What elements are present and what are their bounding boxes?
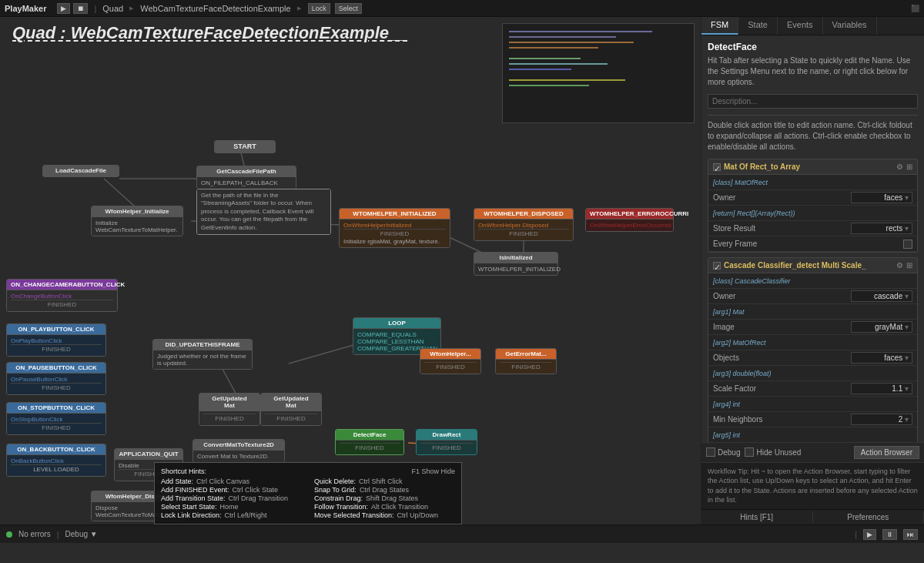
param-storeresult-value[interactable]: rects ▾: [851, 223, 912, 234]
status-debug[interactable]: Debug ▼: [65, 530, 98, 538]
node-afterloop-left-status: FINISHED: [424, 362, 477, 371]
hide-unused-label[interactable]: Hide Unused: [745, 447, 801, 457]
action2-expand-icon[interactable]: ⊞: [906, 261, 912, 270]
node-after-loop-left[interactable]: WfomHelper... FINISHED: [420, 348, 481, 374]
action-block2-header[interactable]: ✓ Cascade Classifier_detect Multi Scale_…: [708, 258, 917, 273]
app-title: PlayMaker: [5, 4, 46, 13]
param-arg3-double: [arg3] double(float): [708, 366, 917, 381]
hint-val2: Ctrl Shift Click: [359, 478, 403, 485]
canvas-area[interactable]: Quad : WebCamTextureFaceDetectionExample…: [0, 17, 701, 524]
node-onchange-body: OnChangeButtonClick FINISHED: [7, 290, 117, 311]
action1-settings-icon[interactable]: ⚙: [896, 163, 903, 171]
node-drawrect[interactable]: DrawRect FINISHED: [416, 429, 477, 455]
node-getcascade-header: GetCascadeFilePath: [197, 166, 296, 177]
shortcut-add-state: Add State:Ctrl Click Canvas: [161, 478, 302, 485]
node-detectface[interactable]: DetectFace FINISHED: [335, 429, 404, 455]
node-onback-event[interactable]: ON_BACKBUTTON_CLICK OnBackButtonClick LE…: [6, 444, 106, 477]
title-bar-controls[interactable]: ▶ ⏹: [57, 3, 88, 14]
status-pause-btn[interactable]: ⏸: [882, 529, 897, 540]
main-container: Quad : WebCamTextureFaceDetectionExample…: [0, 17, 924, 524]
select-button[interactable]: Select: [335, 3, 362, 14]
node-convertmat[interactable]: ConvertMatToTexture2D Convert Mat to Tex…: [192, 439, 285, 463]
shortcut-transstate: Add Transition State:Ctrl Drag Transitio…: [161, 494, 302, 502]
hint-val4: Ctrl Drag States: [360, 486, 409, 494]
node-callback-body: Get the path of the file in the "Streami…: [197, 189, 330, 234]
action-browser-button[interactable]: Action Browser: [854, 446, 919, 459]
expand-icon: ⬛: [911, 5, 919, 12]
node-after-loop-right[interactable]: GetErrorMat... FINISHED: [495, 348, 557, 374]
preview-line: [509, 63, 608, 65]
node-onchange-event[interactable]: ON_CHANGECAMERABUTTON_CLICK OnChangeButt…: [6, 279, 118, 312]
hint-key4: Snap To Grid:: [314, 486, 357, 494]
hide-unused-checkbox[interactable]: [745, 447, 754, 457]
param-arg5-int: [arg5] int: [708, 427, 917, 442]
node-wtom-error[interactable]: WTOMHELPER_ERROROCCURRI OnWfomHelperErro…: [585, 208, 674, 232]
hints-f1-btn[interactable]: Hints [F1]: [701, 511, 813, 523]
node-appquit-header: APPLICATION_QUIT: [115, 449, 182, 460]
preview-line: [509, 69, 571, 70]
node-start[interactable]: START: [214, 140, 276, 153]
node-didupdate[interactable]: DID_UPDATETHISFRAME Judged whether or no…: [152, 339, 253, 370]
node-onplay-body: OnPlayButtonClick FINISHED: [7, 335, 105, 356]
action-block1-header[interactable]: ✓ Mat Of Rect_to Array ⚙ ⊞: [708, 159, 917, 175]
param-scalefactor-value[interactable]: 1.1 ▾: [851, 383, 912, 394]
node-getupdatedmat[interactable]: GetUpdatedMat FINISHED: [199, 393, 260, 426]
tab-variables[interactable]: Variables: [823, 17, 877, 35]
play-button[interactable]: ▶: [57, 3, 70, 14]
node-getupdated-body: FINISHED: [199, 411, 259, 425]
debug-label[interactable]: Debug: [706, 447, 740, 457]
debug-checkbox[interactable]: [706, 447, 715, 457]
tab-state[interactable]: State: [738, 17, 778, 35]
param-class-cascade: [class] CascadeClassifier: [708, 273, 917, 289]
node-afterloop-right-header: GetErrorMat...: [496, 349, 556, 360]
lock-button[interactable]: Lock: [308, 3, 330, 14]
node-wtom-init-header: WTOMHELPER_INITIALIZED: [340, 209, 450, 220]
status-play-btn[interactable]: ▶: [863, 529, 876, 540]
tab-fsm[interactable]: FSM: [701, 17, 738, 35]
description-field[interactable]: [708, 94, 918, 109]
tab-bar: FSM State Events Variables: [701, 17, 924, 35]
preview-line: [509, 58, 581, 59]
action1-checkbox[interactable]: ✓: [713, 163, 721, 171]
node-onstop-event[interactable]: ON_STOPBUTTON_CLICK OnStopButtonClick FI…: [6, 402, 106, 435]
sep2: ▸: [129, 3, 134, 13]
param-owner1-value[interactable]: faces ▾: [851, 192, 912, 203]
param-owner-cascade-label: Owner: [713, 292, 851, 300]
param-objects-value[interactable]: faces ▾: [851, 352, 912, 364]
showhide-label: F1 Show Hide: [411, 467, 455, 475]
node-wtom-disposed[interactable]: WTOMHELPER_DISPOSED OnWfomHelper-Dispose…: [474, 208, 574, 241]
node-getcascade[interactable]: GetCascadeFilePath ON_FILEPATH_CALLBACK: [196, 166, 296, 189]
action2-checkbox[interactable]: ✓: [713, 262, 721, 270]
node-didupdate-body: Judged whether or not the frame is updat…: [153, 350, 252, 369]
node-isinitialized-body: WTOMHELPER_INITIALIZED: [474, 263, 557, 275]
node-getupdatedmat2[interactable]: GetUpdatedMat FINISHED: [260, 393, 322, 426]
node-loadcascade[interactable]: LoadCascadeFile: [42, 165, 119, 177]
node-wfom-init[interactable]: WfomHelper_Initialize Initialize WebCamT…: [91, 206, 183, 236]
action2-settings-icon[interactable]: ⚙: [896, 261, 903, 270]
node-isinitialized[interactable]: IsInitialized WTOMHELPER_INITIALIZED: [474, 252, 558, 276]
tab-events[interactable]: Events: [778, 17, 823, 35]
action1-expand-icon[interactable]: ⊞: [906, 163, 912, 171]
node-wtom-init-body: OnWfomHelperInitialized FINISHED Initial…: [340, 220, 450, 247]
showhide-text: Show Hide: [421, 467, 455, 475]
param-owner-cascade-value[interactable]: cascade ▾: [851, 290, 912, 302]
status-step-btn[interactable]: ⏭: [903, 529, 918, 540]
detect-face-title: DetectFace: [708, 42, 918, 52]
node-onpause-event[interactable]: ON_PAUSEBUTTON_CLICK OnPauseButtonClick …: [6, 362, 106, 395]
node-wtom-error-header: WTOMHELPER_ERROROCCURRI: [586, 209, 673, 220]
stop-button[interactable]: ⏹: [73, 3, 88, 14]
preferences-btn[interactable]: Preferences: [813, 511, 925, 523]
node-onplay-event[interactable]: ON_PLAYBUTTON_CLICK OnPlayButtonClick FI…: [6, 323, 106, 357]
node-onplay-status: FINISHED: [11, 344, 102, 354]
node-wtom-initialized[interactable]: WTOMHELPER_INITIALIZED OnWfomHelperIniti…: [339, 208, 450, 248]
node-isinitialized-header: IsInitialized: [474, 253, 557, 263]
status-bar: No errors | Debug ▼ | ▶ ⏸ ⏭: [0, 524, 924, 543]
shortcut-constrain: Constrain Drag:Shift Drag States: [314, 494, 455, 502]
param-image-value[interactable]: grayMat ▾: [851, 321, 912, 333]
shortcut-snaptogrid: Snap To Grid:Ctrl Drag States: [314, 486, 455, 494]
breadcrumb-fsm: WebCamTextureFaceDetectionExample: [140, 4, 290, 13]
node-status: FINISHED: [343, 229, 446, 238]
param-minneighbors-value[interactable]: 2 ▾: [851, 414, 912, 425]
param-objects: Objects faces ▾: [708, 350, 917, 366]
param-everyframe-check[interactable]: [903, 240, 912, 249]
